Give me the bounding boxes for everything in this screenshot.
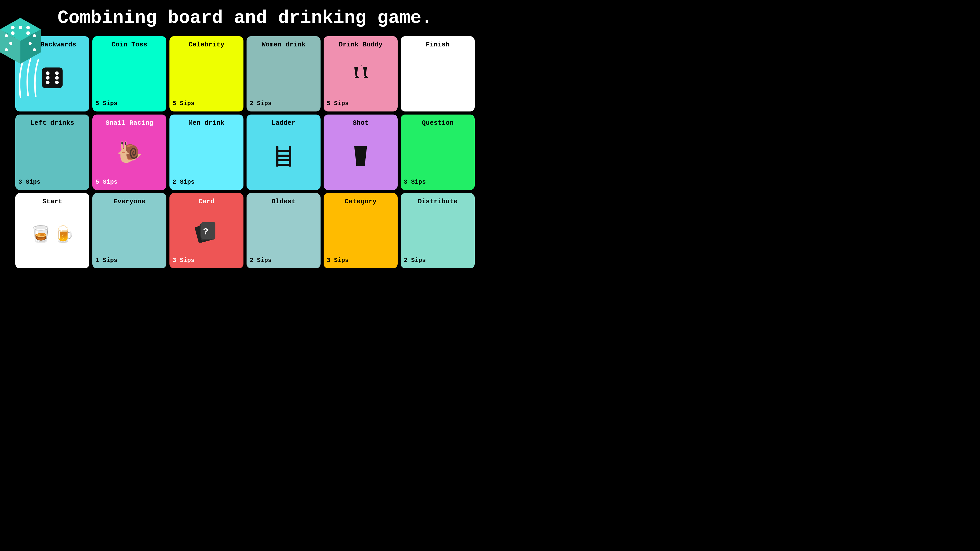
card-everyone[interactable]: Everyone 1 Sips [92,193,166,268]
card-title: Everyone [95,198,163,206]
card-title: Category [327,198,395,206]
svg-marker-24 [363,67,367,76]
card-finish[interactable]: Finish [401,36,475,111]
card-coin-toss[interactable]: Coin Toss 5 Sips [92,36,166,111]
card-title: Distribute [404,198,472,206]
card-title: Celebrity [172,41,240,49]
page-title: Combining board and drinking game. [0,0,490,34]
playing-cards-icon: ? [195,206,218,257]
card-sips: 3 Sips [172,257,194,264]
svg-text:✦: ✦ [361,64,363,67]
card-sips: 3 Sips [18,179,40,186]
card-sips: 2 Sips [250,257,272,264]
svg-point-17 [46,76,49,79]
dice-icon [41,49,64,107]
svg-marker-35 [354,146,367,164]
card-sips: 3 Sips [327,257,348,264]
card-drink-buddy[interactable]: Drink Buddy ✦ ✦ 5 Sips [324,36,398,111]
svg-rect-33 [276,159,291,161]
card-grid: Go Backwards Coin Toss 5 Sips Celebrity … [0,34,490,273]
drinks-icon: 🥃 🍺 [30,206,74,264]
svg-rect-31 [276,150,291,152]
card-sips: 5 Sips [95,100,118,107]
svg-rect-22 [356,76,358,77]
card-shot[interactable]: Shot [324,114,398,190]
card-title: Ladder [250,119,318,127]
svg-text:?: ? [203,227,208,237]
card-sips: 5 Sips [172,100,194,107]
svg-rect-25 [365,76,367,77]
card-title: Coin Toss [95,41,163,49]
card-left-drinks[interactable]: Left drinks 3 Sips [15,114,89,190]
card-women-drink[interactable]: Women drink 2 Sips [247,36,321,111]
card-title: Oldest [250,198,318,206]
svg-rect-34 [276,164,291,166]
card-sips: 5 Sips [95,179,118,186]
svg-rect-36 [356,164,365,166]
card-celebrity[interactable]: Celebrity 5 Sips [169,36,243,111]
svg-point-16 [55,71,59,75]
card-title: Men drink [172,119,240,127]
svg-point-15 [46,71,49,75]
card-card[interactable]: Card ? 3 Sips [169,193,243,268]
card-sips: 2 Sips [250,100,272,107]
card-title: Snail Racing [95,119,163,127]
card-go-backwards[interactable]: Go Backwards [15,36,89,111]
svg-marker-21 [354,67,358,76]
card-title: Go Backwards [18,41,86,49]
card-oldest[interactable]: Oldest 2 Sips [247,193,321,268]
card-title: Left drinks [18,119,86,127]
card-title: Start [18,198,86,206]
card-category[interactable]: Category 3 Sips [324,193,398,268]
card-title: Finish [404,41,472,49]
card-sips: 2 Sips [404,257,426,264]
card-ladder[interactable]: Ladder [247,114,321,190]
ladder-icon [273,127,294,186]
shot-glass-icon [352,127,369,186]
card-sips: 1 Sips [95,257,118,264]
card-sips: 3 Sips [404,179,426,186]
card-title: Women drink [250,41,318,49]
svg-rect-32 [276,155,291,157]
svg-point-19 [46,81,49,84]
card-title: Drink Buddy [327,41,395,49]
card-sips: 2 Sips [172,179,194,186]
svg-rect-14 [42,68,62,88]
svg-rect-23 [355,77,359,78]
cheers-icon: ✦ ✦ [349,49,372,100]
card-men-drink[interactable]: Men drink 2 Sips [169,114,243,190]
card-sips: 5 Sips [327,100,348,107]
svg-point-18 [55,76,59,79]
svg-point-20 [55,81,59,84]
card-snail-racing[interactable]: Snail Racing 🐌 5 Sips [92,114,166,190]
card-distribute[interactable]: Distribute 2 Sips [401,193,475,268]
card-title: Card [172,198,240,206]
card-question[interactable]: Question 3 Sips [401,114,475,190]
snail-icon: 🐌 [117,127,142,179]
card-start[interactable]: Start 🥃 🍺 [15,193,89,268]
svg-rect-26 [364,77,368,78]
card-title: Shot [327,119,395,127]
card-title: Question [404,119,472,127]
